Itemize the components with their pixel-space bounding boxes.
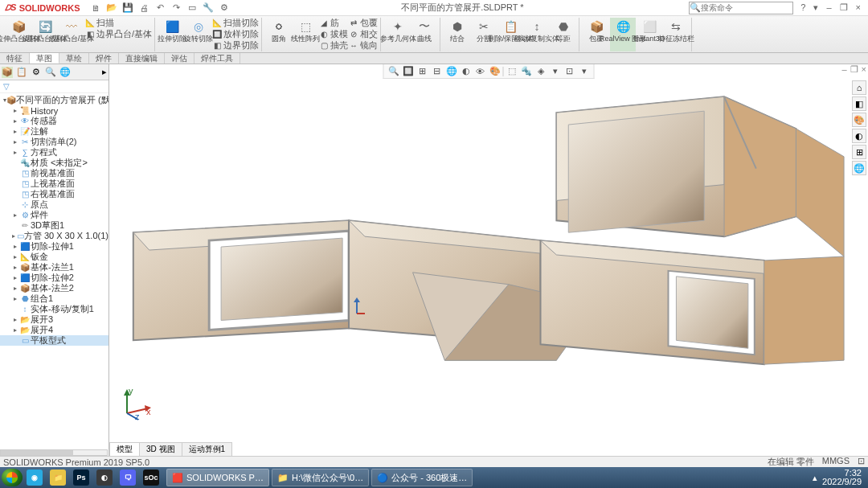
model-tab-模型[interactable]: 模型 <box>109 442 140 456</box>
vp-tool-icon-5[interactable]: ◐ <box>460 65 473 78</box>
ribbon-结合[interactable]: ⬢结合 <box>444 18 470 51</box>
taskbar-pinned-1[interactable]: 📁 <box>47 469 69 486</box>
vp-tool-icon-12[interactable]: ▾ <box>549 65 562 78</box>
close-button[interactable]: × <box>854 2 863 13</box>
ribbon-RealView 图形[interactable]: 🌐RealView 图形 <box>610 18 636 51</box>
taskpane-icon-1[interactable]: ◧ <box>852 96 866 111</box>
qat-rebuild-icon[interactable]: 🔧 <box>202 2 215 14</box>
tab-草图[interactable]: 草图 <box>30 53 59 64</box>
ribbon-圆角[interactable]: ⭘圆角 <box>266 18 292 51</box>
taskpane-icon-0[interactable]: ⌂ <box>852 80 866 95</box>
vp-tool-icon-14[interactable]: ▾ <box>578 65 591 78</box>
ribbon-相交[interactable]: ⊘相交 <box>349 29 378 39</box>
taskbar-pinned-2[interactable]: Ps <box>70 469 92 486</box>
fm-scrollbar[interactable] <box>0 449 108 456</box>
tree-item[interactable]: ▸🟦切除-拉伸1 <box>0 241 108 252</box>
ribbon-放样凸台/基体[interactable]: 〰放样凸台/基体 <box>59 18 84 51</box>
command-search-input[interactable] <box>701 3 781 12</box>
ribbon-旋转切除[interactable]: ◎旋转切除 <box>186 18 211 51</box>
fm-tab-icon-4[interactable]: 🌐 <box>59 67 71 78</box>
tree-item[interactable]: ↕实体-移动/复制1 <box>0 304 108 314</box>
vp-tool-icon-10[interactable]: 🔩 <box>520 65 533 78</box>
vp-tool-icon-2[interactable]: ⊞ <box>416 65 429 78</box>
taskpane-icon-5[interactable]: 🌐 <box>852 161 866 175</box>
fm-tab-icon-1[interactable]: 📋 <box>16 67 27 78</box>
command-search[interactable]: 🔍 <box>689 2 793 14</box>
taskbar-pinned-3[interactable]: ◐ <box>93 469 116 486</box>
ribbon-抽壳[interactable]: ▢抽壳 <box>319 40 348 51</box>
tray-clock[interactable]: 7:322022/9/29 <box>822 469 862 486</box>
qat-open-icon[interactable]: 📂 <box>105 2 118 14</box>
vp-tool-icon-6[interactable]: 👁 <box>474 65 487 78</box>
vp-tool-icon-9[interactable]: ⬚ <box>506 65 518 78</box>
ribbon-包覆[interactable]: ⇄包覆 <box>349 18 378 28</box>
status-extra-icon[interactable]: ⊡ <box>858 456 865 468</box>
qat-redo-icon[interactable]: ↷ <box>170 2 182 14</box>
ribbon-拉伸切除[interactable]: 🟦拉伸切除 <box>159 18 185 51</box>
tab-焊件[interactable]: 焊件 <box>89 53 119 64</box>
vp-tool-icon-11[interactable]: ◈ <box>534 65 547 78</box>
vp-tool-icon-4[interactable]: 🌐 <box>445 65 458 78</box>
taskbar-pinned-5[interactable]: sOc <box>140 469 162 486</box>
vp-tool-icon-3[interactable]: ⊟ <box>431 65 444 78</box>
ribbon-移动/复制实体[interactable]: ↕移动/复制实体 <box>524 18 550 51</box>
vp-max-icon[interactable]: ❐ <box>850 64 858 75</box>
help-button[interactable]: ? <box>798 2 808 13</box>
ribbon-筋[interactable]: ◢筋 <box>319 18 348 28</box>
fm-tab-icon-0[interactable]: 📦 <box>2 67 13 78</box>
minimize-button[interactable]: – <box>824 2 833 13</box>
taskbar-pinned-0[interactable]: ◉ <box>23 469 46 486</box>
tree-root[interactable]: ▾📦不同平面的方管展开 (默认<按加工>><< <box>0 95 108 105</box>
taskpane-icon-2[interactable]: 🎨 <box>852 113 866 127</box>
ribbon-扫描[interactable]: 📐扫描 <box>85 18 152 28</box>
qat-select-icon[interactable]: ▭ <box>186 2 199 14</box>
tree-item[interactable]: ▭平板型式 <box>0 335 108 346</box>
tab-评估[interactable]: 评估 <box>165 53 194 64</box>
fm-flyout-icon[interactable]: ▸ <box>102 67 107 77</box>
tree-item[interactable]: ▸👁传感器 <box>0 116 108 126</box>
start-button[interactable] <box>2 469 23 486</box>
ribbon-等距[interactable]: ⬣等距 <box>551 18 576 51</box>
tab-焊件工具[interactable]: 焊件工具 <box>194 53 240 64</box>
graphics-viewport[interactable]: 🔍🔲⊞⊟🌐◐👁🎨⬚🔩◈▾⊡▾ – ❐ × ⌂◧🎨◐⊞🌐 <box>109 64 868 458</box>
model-tab-运动算例1[interactable]: 运动算例1 <box>182 442 233 456</box>
system-tray[interactable]: ▴ 7:322022/9/29 <box>813 469 866 486</box>
ribbon-边界凸台/基体[interactable]: ◧边界凸台/基体 <box>85 29 152 39</box>
tree-item[interactable]: ◳右视基准面 <box>0 189 108 199</box>
fm-filter[interactable]: ▽ <box>0 80 108 93</box>
vp-tool-icon-0[interactable]: 🔍 <box>387 65 400 78</box>
qat-new-icon[interactable]: 🗎 <box>89 2 102 14</box>
ribbon-线性阵列[interactable]: ⬚线性阵列 <box>293 18 318 51</box>
ribbon-曲线[interactable]: 〜曲线 <box>411 18 437 51</box>
vp-close-icon[interactable]: × <box>862 64 866 75</box>
tree-item[interactable]: ⊹原点 <box>0 199 108 210</box>
taskbar-pinned-4[interactable]: 🗨 <box>117 469 139 486</box>
tab-草绘[interactable]: 草绘 <box>59 53 89 64</box>
fm-tab-icon-3[interactable]: 🔍 <box>45 67 56 78</box>
ribbon-镜向[interactable]: ↔镜向 <box>349 40 378 51</box>
fm-tab-icon-2[interactable]: ⚙ <box>31 67 42 78</box>
qat-save-icon[interactable]: 💾 <box>121 2 134 14</box>
ribbon-扫描切除[interactable]: 📐扫描切除 <box>212 18 259 28</box>
tray-chevron-icon[interactable]: ▴ <box>813 473 817 483</box>
ribbon-参考几何体[interactable]: ✦参考几何体 <box>385 18 411 51</box>
vp-tool-icon-1[interactable]: 🔲 <box>402 65 415 78</box>
model-tab-3D 视图[interactable]: 3D 视图 <box>139 442 182 456</box>
ribbon-放样切除[interactable]: 🔲放样切除 <box>212 29 259 39</box>
taskbar-task[interactable]: 🟥SOLIDWORKS P… <box>166 469 269 486</box>
vp-tool-icon-13[interactable]: ⊡ <box>563 65 576 78</box>
ribbon-边界切除[interactable]: ◧边界切除 <box>212 40 259 51</box>
ribbon-拔模[interactable]: ◐拔模 <box>319 29 348 39</box>
qat-undo-icon[interactable]: ↶ <box>154 2 166 14</box>
tab-直接编辑[interactable]: 直接编辑 <box>119 53 165 64</box>
ribbon-特征冻结栏[interactable]: ⇆特征冻结栏 <box>663 18 689 51</box>
view-orientation-triad[interactable]: y x z <box>121 388 153 420</box>
tab-特征[interactable]: 特征 <box>0 53 30 64</box>
qat-print-icon[interactable]: 🖨 <box>137 2 150 14</box>
help-drop-icon[interactable]: ▾ <box>811 2 821 13</box>
tree-item[interactable]: ▸📂展开3 <box>0 314 108 325</box>
maximize-button[interactable]: ❐ <box>837 2 850 13</box>
taskpane-icon-4[interactable]: ⊞ <box>852 145 866 159</box>
vp-min-icon[interactable]: – <box>841 64 846 75</box>
taskbar-task[interactable]: 🔵公众号 - 360极速… <box>371 469 473 486</box>
